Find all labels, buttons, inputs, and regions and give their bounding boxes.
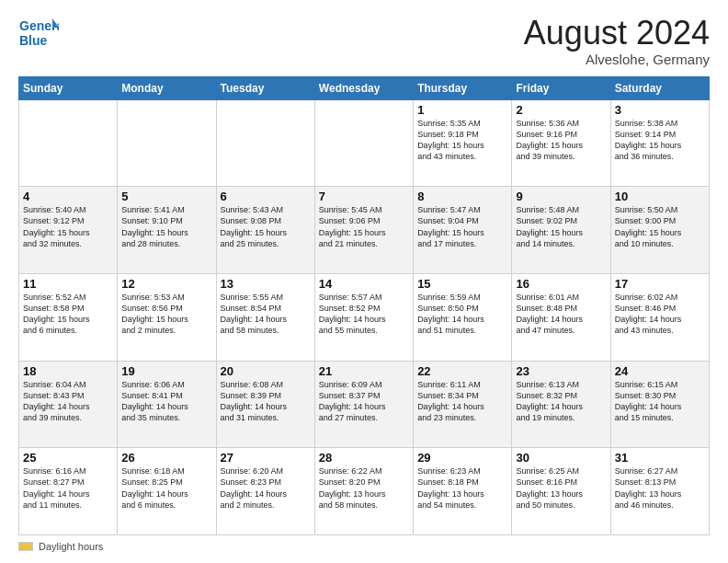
calendar-cell: 31Sunrise: 6:27 AMSunset: 8:13 PMDayligh…: [610, 448, 709, 535]
col-header-saturday: Saturday: [610, 76, 709, 99]
day-info: Sunrise: 5:50 AMSunset: 9:00 PMDaylight:…: [615, 204, 705, 249]
col-header-friday: Friday: [512, 76, 610, 99]
calendar-cell: [314, 99, 413, 187]
day-info: Sunrise: 6:13 AMSunset: 8:32 PMDaylight:…: [516, 379, 606, 424]
day-number: 6: [221, 190, 311, 203]
day-info: Sunrise: 6:15 AMSunset: 8:30 PMDaylight:…: [615, 379, 705, 424]
calendar-header-row: SundayMondayTuesdayWednesdayThursdayFrid…: [19, 76, 710, 99]
month-title: August 2024: [524, 15, 710, 52]
col-header-monday: Monday: [118, 76, 216, 99]
day-info: Sunrise: 6:04 AMSunset: 8:43 PMDaylight:…: [23, 379, 113, 424]
calendar-cell: 12Sunrise: 5:53 AMSunset: 8:56 PMDayligh…: [118, 273, 216, 361]
day-info: Sunrise: 6:09 AMSunset: 8:37 PMDaylight:…: [319, 379, 409, 424]
calendar-week-2: 4Sunrise: 5:40 AMSunset: 9:12 PMDaylight…: [19, 187, 710, 274]
day-info: Sunrise: 6:25 AMSunset: 8:16 PMDaylight:…: [516, 465, 606, 511]
day-number: 8: [417, 190, 507, 203]
day-number: 22: [417, 364, 507, 378]
day-number: 30: [516, 451, 606, 465]
day-number: 31: [615, 451, 705, 465]
calendar-cell: 28Sunrise: 6:22 AMSunset: 8:20 PMDayligh…: [314, 448, 413, 535]
day-number: 24: [615, 364, 705, 378]
calendar-cell: 7Sunrise: 5:45 AMSunset: 9:06 PMDaylight…: [314, 187, 413, 274]
day-info: Sunrise: 5:53 AMSunset: 8:56 PMDaylight:…: [121, 292, 211, 337]
col-header-sunday: Sunday: [19, 76, 118, 99]
daylight-swatch: [18, 542, 33, 551]
day-info: Sunrise: 6:22 AMSunset: 8:20 PMDaylight:…: [319, 465, 409, 511]
calendar-cell: 18Sunrise: 6:04 AMSunset: 8:43 PMDayligh…: [19, 361, 118, 448]
calendar-week-5: 25Sunrise: 6:16 AMSunset: 8:27 PMDayligh…: [19, 448, 710, 535]
day-info: Sunrise: 5:40 AMSunset: 9:12 PMDaylight:…: [23, 204, 113, 249]
calendar-cell: 13Sunrise: 5:55 AMSunset: 8:54 PMDayligh…: [216, 273, 314, 361]
day-info: Sunrise: 5:41 AMSunset: 9:10 PMDaylight:…: [121, 204, 211, 249]
day-number: 11: [23, 277, 113, 291]
calendar-cell: 11Sunrise: 5:52 AMSunset: 8:58 PMDayligh…: [19, 273, 118, 361]
location-title: Alveslohe, Germany: [524, 52, 710, 67]
day-number: 7: [319, 190, 409, 203]
day-number: 12: [121, 277, 211, 291]
day-number: 13: [221, 277, 311, 291]
day-info: Sunrise: 6:01 AMSunset: 8:48 PMDaylight:…: [516, 292, 606, 337]
calendar-cell: 21Sunrise: 6:09 AMSunset: 8:37 PMDayligh…: [314, 361, 413, 448]
calendar-cell: 26Sunrise: 6:18 AMSunset: 8:25 PMDayligh…: [118, 448, 216, 535]
calendar-cell: 23Sunrise: 6:13 AMSunset: 8:32 PMDayligh…: [512, 361, 610, 448]
calendar-cell: 9Sunrise: 5:48 AMSunset: 9:02 PMDaylight…: [512, 187, 610, 274]
calendar-cell: 22Sunrise: 6:11 AMSunset: 8:34 PMDayligh…: [414, 361, 512, 448]
day-info: Sunrise: 5:57 AMSunset: 8:52 PMDaylight:…: [319, 292, 409, 337]
day-info: Sunrise: 6:23 AMSunset: 8:18 PMDaylight:…: [417, 465, 507, 511]
calendar-cell: 25Sunrise: 6:16 AMSunset: 8:27 PMDayligh…: [19, 448, 118, 535]
day-number: 16: [516, 277, 606, 291]
day-info: Sunrise: 5:47 AMSunset: 9:04 PMDaylight:…: [417, 204, 507, 249]
day-number: 19: [121, 364, 211, 378]
day-number: 9: [516, 190, 606, 203]
page: General Blue August 2024 Alveslohe, Germ…: [0, 0, 728, 563]
day-number: 15: [417, 277, 507, 291]
calendar-cell: 30Sunrise: 6:25 AMSunset: 8:16 PMDayligh…: [512, 448, 610, 535]
day-number: 5: [121, 190, 211, 203]
day-info: Sunrise: 6:08 AMSunset: 8:39 PMDaylight:…: [221, 379, 311, 424]
calendar-cell: 17Sunrise: 6:02 AMSunset: 8:46 PMDayligh…: [610, 273, 709, 361]
calendar-cell: 14Sunrise: 5:57 AMSunset: 8:52 PMDayligh…: [314, 273, 413, 361]
day-info: Sunrise: 6:11 AMSunset: 8:34 PMDaylight:…: [417, 379, 507, 424]
logo: General Blue: [18, 15, 59, 55]
calendar-cell: 27Sunrise: 6:20 AMSunset: 8:23 PMDayligh…: [216, 448, 314, 535]
day-number: 20: [221, 364, 311, 378]
logo-svg: General Blue: [18, 15, 59, 55]
day-info: Sunrise: 6:27 AMSunset: 8:13 PMDaylight:…: [615, 465, 705, 511]
day-number: 1: [417, 103, 507, 117]
day-info: Sunrise: 6:06 AMSunset: 8:41 PMDaylight:…: [121, 379, 211, 424]
day-info: Sunrise: 5:36 AMSunset: 9:16 PMDaylight:…: [516, 118, 606, 163]
day-number: 26: [121, 451, 211, 465]
day-info: Sunrise: 6:16 AMSunset: 8:27 PMDaylight:…: [23, 465, 113, 511]
calendar-cell: 15Sunrise: 5:59 AMSunset: 8:50 PMDayligh…: [414, 273, 512, 361]
calendar-week-4: 18Sunrise: 6:04 AMSunset: 8:43 PMDayligh…: [19, 361, 710, 448]
svg-text:Blue: Blue: [19, 33, 48, 48]
col-header-tuesday: Tuesday: [216, 76, 314, 99]
calendar-cell: 2Sunrise: 5:36 AMSunset: 9:16 PMDaylight…: [512, 99, 610, 187]
calendar-cell: [118, 99, 216, 187]
day-number: 21: [319, 364, 409, 378]
day-info: Sunrise: 6:20 AMSunset: 8:23 PMDaylight:…: [221, 465, 311, 511]
calendar-cell: 3Sunrise: 5:38 AMSunset: 9:14 PMDaylight…: [610, 99, 709, 187]
col-header-wednesday: Wednesday: [314, 76, 413, 99]
title-block: August 2024 Alveslohe, Germany: [524, 15, 710, 67]
day-info: Sunrise: 5:55 AMSunset: 8:54 PMDaylight:…: [221, 292, 311, 337]
header: General Blue August 2024 Alveslohe, Germ…: [18, 15, 710, 67]
day-info: Sunrise: 5:59 AMSunset: 8:50 PMDaylight:…: [417, 292, 507, 337]
day-number: 2: [516, 103, 606, 117]
day-info: Sunrise: 5:43 AMSunset: 9:08 PMDaylight:…: [221, 204, 311, 249]
day-number: 28: [319, 451, 409, 465]
calendar-cell: 5Sunrise: 5:41 AMSunset: 9:10 PMDaylight…: [118, 187, 216, 274]
calendar-week-3: 11Sunrise: 5:52 AMSunset: 8:58 PMDayligh…: [19, 273, 710, 361]
calendar-cell: 19Sunrise: 6:06 AMSunset: 8:41 PMDayligh…: [118, 361, 216, 448]
calendar-table: SundayMondayTuesdayWednesdayThursdayFrid…: [18, 76, 710, 535]
calendar-cell: 8Sunrise: 5:47 AMSunset: 9:04 PMDaylight…: [414, 187, 512, 274]
day-number: 29: [417, 451, 507, 465]
day-number: 23: [516, 364, 606, 378]
calendar-week-1: 1Sunrise: 5:35 AMSunset: 9:18 PMDaylight…: [19, 99, 710, 187]
day-info: Sunrise: 6:02 AMSunset: 8:46 PMDaylight:…: [615, 292, 705, 337]
day-number: 25: [23, 451, 113, 465]
col-header-thursday: Thursday: [414, 76, 512, 99]
day-number: 14: [319, 277, 409, 291]
calendar-cell: 10Sunrise: 5:50 AMSunset: 9:00 PMDayligh…: [610, 187, 709, 274]
calendar-cell: 16Sunrise: 6:01 AMSunset: 8:48 PMDayligh…: [512, 273, 610, 361]
